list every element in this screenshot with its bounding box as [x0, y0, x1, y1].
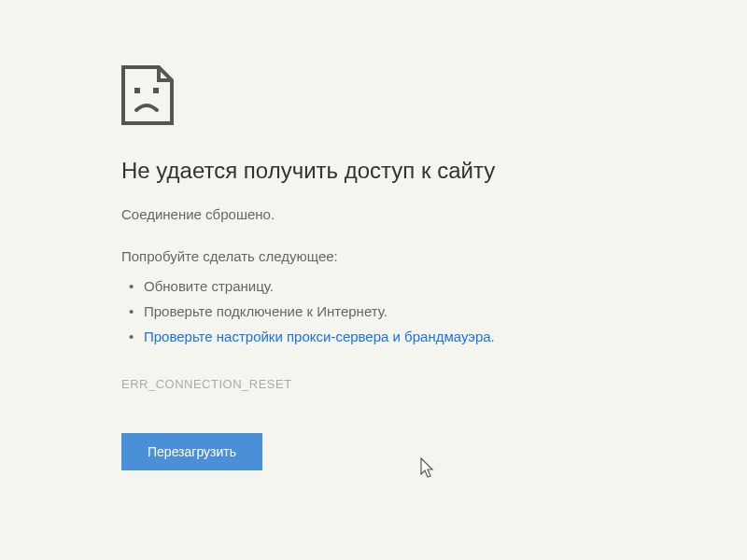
- suggestions-list: Обновите страницу. Проверьте подключение…: [121, 273, 626, 349]
- svg-rect-0: [134, 88, 140, 93]
- reload-button[interactable]: Перезагрузить: [121, 433, 262, 470]
- cursor-arrow-icon: [420, 457, 437, 480]
- proxy-firewall-link[interactable]: Проверьте настройки прокси-сервера и бра…: [144, 329, 495, 344]
- svg-rect-1: [153, 88, 159, 93]
- suggestions-intro: Попробуйте сделать следующее:: [121, 248, 626, 264]
- sad-page-icon: [121, 65, 174, 125]
- suggestion-item: Обновите страницу.: [144, 273, 626, 299]
- sad-page-icon-container: [121, 65, 626, 125]
- suggestion-item: Проверьте настройки прокси-сервера и бра…: [144, 324, 626, 349]
- error-code: ERR_CONNECTION_RESET: [121, 377, 626, 391]
- error-message: Соединение сброшено.: [121, 206, 626, 222]
- suggestion-item: Проверьте подключение к Интернету.: [144, 299, 626, 324]
- error-title: Не удается получить доступ к сайту: [121, 158, 626, 184]
